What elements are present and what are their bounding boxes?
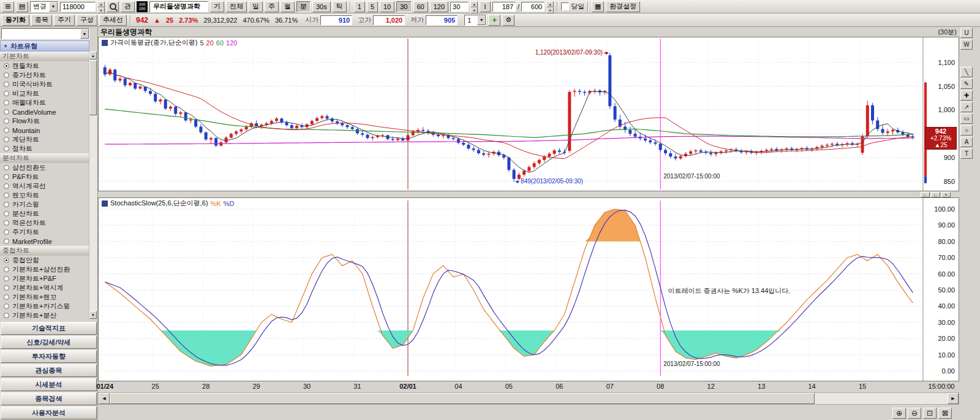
layout-grid-icon[interactable]: ▤ <box>16 1 28 12</box>
minute-value-input[interactable] <box>450 2 469 12</box>
chart-type-option[interactable]: 기본차트+역시계 <box>0 283 89 292</box>
sidebar-category-button[interactable]: 사용자분석 <box>1 407 97 419</box>
chart-type-option[interactable]: 미국식바차트 <box>0 80 89 89</box>
chart-type-option[interactable]: 기본차트+렌꼬 <box>0 292 89 302</box>
horizontal-scrollbar[interactable]: ◀ ▶ <box>98 392 959 405</box>
minute-120-button[interactable]: 120 <box>430 1 448 12</box>
panel-close-button[interactable]: × <box>941 192 951 197</box>
chart-type-option[interactable]: Mountain <box>0 126 89 135</box>
trendline-button[interactable]: 추세선 <box>99 15 127 26</box>
chart-type-option[interactable]: 주기차트 <box>0 227 89 237</box>
chart-type-option[interactable]: 종가선차트 <box>0 71 89 80</box>
period-week-button[interactable]: 주 <box>265 1 279 12</box>
chart-type-option[interactable]: CandleVolume <box>0 107 89 116</box>
add-panel-button[interactable]: + <box>488 15 500 26</box>
chart-window-icon[interactable]: ⊞ <box>2 1 14 12</box>
stochastic-chart[interactable]: 100.0090.0080.0070.0060.0050.0040.0030.0… <box>99 198 959 381</box>
scrollbar-thumb[interactable] <box>89 60 97 115</box>
chevron-down-icon[interactable]: ▼ <box>477 15 486 25</box>
chart-type-option[interactable]: MarketProfile <box>0 237 89 246</box>
chart-type-option[interactable]: 역시계곡선 <box>0 181 89 191</box>
minute-1-button[interactable]: 1 <box>354 1 365 12</box>
cross-icon[interactable]: ✚ <box>960 90 973 101</box>
u-tool-button[interactable]: U <box>960 28 973 38</box>
sidebar-scrollbar[interactable]: ▲ ▼ <box>89 52 97 319</box>
stock-code-input[interactable] <box>60 2 96 12</box>
gear-icon[interactable]: ⚙ <box>502 15 514 26</box>
mode-select[interactable]: 변경▼ <box>30 1 58 12</box>
rect-icon[interactable]: ▭ <box>960 113 973 124</box>
ratio-100-icon[interactable]: 100100 <box>137 1 148 12</box>
search-icon[interactable] <box>107 1 119 12</box>
chart-type-option[interactable]: 캔들차트 <box>0 61 89 71</box>
period-all-button[interactable]: 전체 <box>226 1 247 12</box>
chart-type-option[interactable]: 삼선전환도 <box>0 163 89 172</box>
minute-spinner[interactable]: ▲▼ <box>470 1 478 12</box>
gi-button[interactable]: 기 <box>210 1 224 12</box>
panel-divider[interactable]: ∟∟× <box>98 191 959 197</box>
i-button[interactable]: I <box>480 1 491 12</box>
chevron-down-icon[interactable]: ▼ <box>49 2 58 12</box>
period-day-button[interactable]: 일 <box>249 1 263 12</box>
bars-shown-input[interactable] <box>492 2 516 12</box>
sidebar-search-select[interactable]: ▼ <box>1 28 89 39</box>
scroll-right-icon[interactable]: ▶ <box>948 393 959 404</box>
scroll-up-icon[interactable]: ▲ <box>89 52 97 59</box>
chart-type-option[interactable]: 기본차트+분산 <box>0 311 89 319</box>
scroll-left-icon[interactable]: ◀ <box>99 393 110 404</box>
chart-type-option[interactable]: 꺽은선차트 <box>0 218 89 227</box>
sidebar-category-button[interactable]: 시세분석 <box>1 378 97 391</box>
chart-type-option[interactable]: 비교차트 <box>0 89 89 98</box>
chart-type-option[interactable]: 계단차트 <box>0 135 89 144</box>
scrollbar-thumb[interactable] <box>110 393 815 404</box>
period-month-button[interactable]: 월 <box>281 1 295 12</box>
sidebar-category-button[interactable]: 종목검색 <box>1 392 97 405</box>
sidebar-category-button[interactable]: 신호/강세/약세 <box>1 336 97 349</box>
gwan-button[interactable]: 관 <box>121 1 135 12</box>
bars-total-input[interactable] <box>521 2 545 12</box>
chevron-down-icon[interactable]: ▼ <box>80 29 89 39</box>
chart-type-option[interactable]: 분산차트 <box>0 209 89 218</box>
period-minute-button[interactable]: 분 <box>296 1 311 12</box>
stock-button[interactable]: 종목 <box>31 15 52 26</box>
today-checkbox[interactable] <box>561 2 569 10</box>
chart-type-option[interactable]: 렌꼬차트 <box>0 191 89 200</box>
zoom-out-button[interactable]: ⊖ <box>908 408 921 419</box>
text-t-icon[interactable]: T <box>960 148 973 159</box>
chart-type-option[interactable]: 기본차트+P&F <box>0 274 89 283</box>
compose-button[interactable]: 구성 <box>77 15 97 26</box>
chart-type-option[interactable]: P&F차트 <box>0 172 89 181</box>
scroll-down-icon[interactable]: ▼ <box>89 311 97 319</box>
chart-type-option[interactable]: 매물대차트 <box>0 98 89 107</box>
stock-name-field[interactable]: 우리들생명과학 <box>149 1 208 12</box>
panel-up-button[interactable]: ∟ <box>921 192 930 197</box>
chart-type-option[interactable]: 카기스윙 <box>0 200 89 209</box>
sidebar-category-button[interactable]: 기술적지표 <box>1 322 97 335</box>
arrow-icon[interactable]: ↗ <box>960 102 973 112</box>
minute-30-button[interactable]: 30 <box>396 1 411 12</box>
settings-button[interactable]: 환경설정 <box>606 1 640 12</box>
panel-down-button[interactable]: ∟ <box>931 192 940 197</box>
candlestick-chart[interactable]: 1,1001,0501,0009509008501,120(2013/02/07… <box>99 37 959 191</box>
price-chart-panel[interactable]: 가격이동평균(종가,단순이평) 5 20 60 120 1,1001,0501,… <box>98 37 959 191</box>
chart-type-option[interactable]: 중첩안함 <box>0 256 89 265</box>
trendline-icon[interactable]: ╲ <box>960 67 973 77</box>
period-button[interactable]: 주기 <box>54 15 75 26</box>
chart-type-option[interactable]: 점차트 <box>0 144 89 153</box>
w-tool-button[interactable]: W <box>960 39 973 50</box>
sync-button[interactable]: 동기화 <box>2 15 29 26</box>
layout-icon[interactable]: ▦ <box>592 1 604 12</box>
zoom-area-button[interactable]: ⊡ <box>923 408 937 419</box>
count-select[interactable]: 1▼ <box>464 15 486 26</box>
bars-spinner[interactable]: ▲▼ <box>546 1 554 12</box>
zoom-reset-button[interactable]: ⊠ <box>938 408 952 419</box>
minute-5-button[interactable]: 5 <box>367 1 378 12</box>
sidebar-category-button[interactable]: 관심종목 <box>1 364 97 377</box>
zoom-in-button[interactable]: ⊕ <box>892 408 906 419</box>
ellipse-icon[interactable]: ○ <box>960 125 973 136</box>
minute-60-button[interactable]: 60 <box>413 1 428 12</box>
chart-type-option[interactable]: Flow차트 <box>0 116 89 126</box>
chart-type-option[interactable]: 기본차트+삼선전환 <box>0 265 89 274</box>
code-spinner[interactable]: ▲▼ <box>97 1 105 12</box>
sidebar-category-button[interactable]: 투자자동향 <box>1 350 97 363</box>
